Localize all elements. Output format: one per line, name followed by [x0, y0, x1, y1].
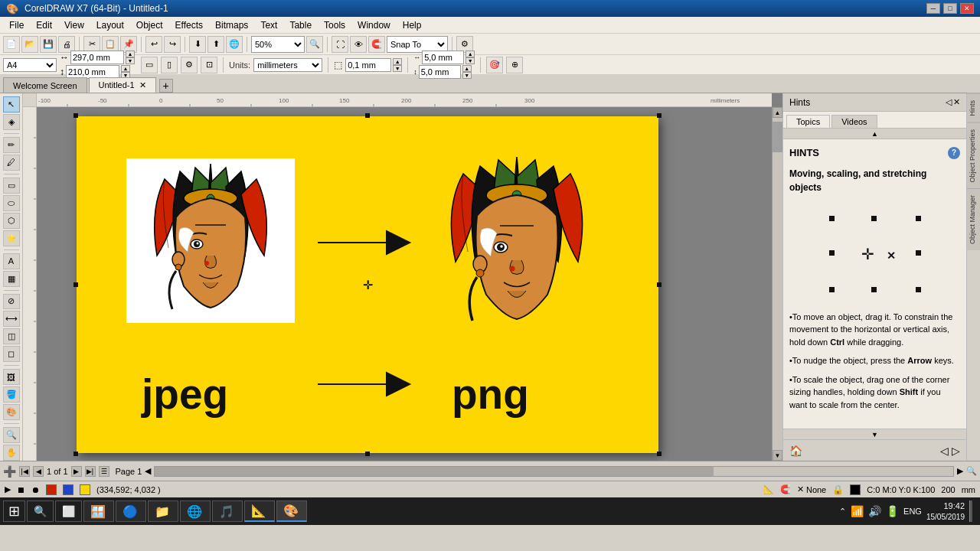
panel-tab-hints[interactable]: Hints: [967, 93, 980, 122]
transparency-tool[interactable]: ◻: [3, 346, 20, 362]
close-button[interactable]: ✕: [960, 3, 974, 14]
hints-help-icon[interactable]: ?: [948, 147, 960, 159]
add-tab-button[interactable]: +: [159, 79, 173, 93]
minimize-button[interactable]: ─: [926, 3, 940, 14]
ynudge-down[interactable]: ▼: [462, 72, 472, 79]
snap-to-button[interactable]: 🧲: [780, 484, 791, 494]
full-screen-button[interactable]: ⛶: [332, 36, 348, 53]
publish-button[interactable]: 🌐: [226, 36, 243, 53]
page-settings-button[interactable]: ⚙: [181, 57, 198, 73]
view-button[interactable]: 👁: [350, 36, 367, 53]
search-taskbar-button[interactable]: 🔍: [27, 500, 54, 522]
page-first-button[interactable]: |◀: [19, 466, 30, 477]
taskbar-browser2[interactable]: 🌐: [180, 500, 211, 522]
scrollbar-horizontal-left[interactable]: ◀: [145, 466, 151, 476]
hints-tab-topics[interactable]: Topics: [786, 115, 830, 128]
menu-item-file[interactable]: File: [3, 18, 30, 32]
menu-item-help[interactable]: Help: [397, 18, 428, 32]
landscape-button[interactable]: ▯: [161, 57, 178, 73]
parallel-tool[interactable]: ⊘: [3, 294, 20, 310]
freehand-tool[interactable]: ✏: [3, 137, 20, 153]
page-menu-button[interactable]: ☰: [99, 466, 109, 477]
scrollbar-thumb[interactable]: [155, 467, 714, 476]
import-button[interactable]: ⬇: [189, 36, 206, 53]
width-up[interactable]: ▲: [126, 51, 135, 57]
hints-tab-videos[interactable]: Videos: [831, 115, 877, 128]
menu-item-layout[interactable]: Layout: [90, 18, 130, 32]
menu-item-edit[interactable]: Edit: [30, 18, 58, 32]
text-tool[interactable]: A: [3, 253, 20, 269]
scroll-thumb[interactable]: [773, 122, 782, 152]
open-button[interactable]: 📂: [21, 36, 38, 53]
swatch-yellow[interactable]: [80, 484, 90, 495]
fill-bucket[interactable]: 🪣: [3, 386, 20, 403]
x-nudge-input[interactable]: [422, 51, 464, 64]
taskbar-music[interactable]: 🎵: [212, 500, 243, 522]
width-input[interactable]: [70, 51, 124, 64]
close-tab-button[interactable]: ✕: [139, 80, 146, 90]
menu-item-window[interactable]: Window: [351, 18, 397, 32]
macro-button[interactable]: ⏺: [31, 485, 40, 494]
swatch-red[interactable]: [46, 484, 57, 495]
snap-button[interactable]: 🧲: [368, 36, 385, 53]
connector-tool[interactable]: ⟷: [3, 311, 20, 327]
color-eyedrop[interactable]: 🖾: [3, 369, 20, 385]
table-tool[interactable]: ▦: [3, 271, 20, 287]
page-add-button[interactable]: ➕: [3, 465, 16, 478]
scroll-down-button[interactable]: ▼: [773, 450, 782, 461]
bleed-button[interactable]: ⊡: [201, 57, 217, 73]
menu-item-tools[interactable]: Tools: [318, 18, 351, 32]
redo-button[interactable]: ↪: [164, 36, 181, 53]
y-nudge-input[interactable]: [419, 65, 461, 79]
scrollbar-horizontal-right[interactable]: ▶: [957, 466, 963, 476]
pan-tool[interactable]: ✋: [3, 445, 20, 461]
xnudge-up[interactable]: ▲: [466, 51, 475, 57]
maximize-button[interactable]: □: [943, 3, 957, 14]
polygon-tool[interactable]: ⬡: [3, 213, 20, 229]
save-button[interactable]: 💾: [40, 36, 57, 53]
menu-item-table[interactable]: Table: [283, 18, 318, 32]
scroll-up-button[interactable]: ▲: [773, 107, 782, 118]
xnudge-down[interactable]: ▼: [466, 57, 475, 64]
stop-button[interactable]: ⏹: [17, 485, 25, 494]
hints-scroll-down[interactable]: ▼: [783, 429, 966, 439]
export-button[interactable]: ⬆: [207, 36, 224, 53]
width-down[interactable]: ▼: [126, 57, 135, 64]
taskbar-photoshop[interactable]: 📐: [244, 500, 275, 522]
tray-battery[interactable]: 🔋: [886, 505, 899, 517]
zoom-select[interactable]: 50%: [251, 36, 305, 53]
hints-back-button[interactable]: ◁: [940, 445, 949, 457]
taskbar-explorer[interactable]: 🪟: [83, 500, 114, 522]
tab-untitled1[interactable]: Untitled-1 ✕: [89, 77, 156, 93]
hints-scroll-up[interactable]: ▲: [783, 129, 966, 139]
shape-tool[interactable]: ◈: [3, 114, 20, 130]
taskbar-corel[interactable]: 🎨: [276, 500, 307, 522]
menu-item-object[interactable]: Object: [130, 18, 169, 32]
new-button[interactable]: 📄: [3, 36, 20, 53]
panel-tab-object-manager[interactable]: Object Manager: [967, 188, 980, 250]
menu-item-text[interactable]: Text: [254, 18, 283, 32]
menu-item-effects[interactable]: Effects: [169, 18, 209, 32]
star-tool[interactable]: ⭐: [3, 230, 20, 246]
page-last-button[interactable]: ▶|: [85, 466, 96, 477]
tray-network[interactable]: 📶: [851, 505, 864, 517]
add-page-button[interactable]: ⊕: [506, 57, 523, 73]
hints-home-button[interactable]: 🏠: [789, 445, 802, 457]
lang-indicator[interactable]: ENG: [903, 507, 922, 516]
tab-welcome[interactable]: Welcome Screen: [3, 77, 87, 93]
start-button[interactable]: ⊞: [3, 500, 25, 522]
hints-detach-button[interactable]: ✕: [953, 97, 960, 107]
task-view-button[interactable]: ⬜: [55, 500, 82, 522]
coord-snap-button[interactable]: 📐: [763, 484, 774, 494]
hints-forward-button[interactable]: ▷: [952, 445, 960, 457]
units-select[interactable]: millimeters: [253, 58, 322, 72]
ellipse-tool[interactable]: ⬭: [3, 195, 20, 211]
panel-tab-object-properties[interactable]: Object Properties: [967, 122, 980, 189]
page-prev-button[interactable]: ◀: [33, 466, 44, 477]
zoom-in-button[interactable]: 🔍: [306, 36, 323, 53]
nudge-input[interactable]: [345, 58, 391, 72]
select-tool[interactable]: ↖: [3, 96, 20, 112]
menu-item-view[interactable]: View: [58, 18, 90, 32]
shadow-tool[interactable]: ◫: [3, 328, 20, 344]
nudge-up[interactable]: ▲: [393, 58, 402, 65]
